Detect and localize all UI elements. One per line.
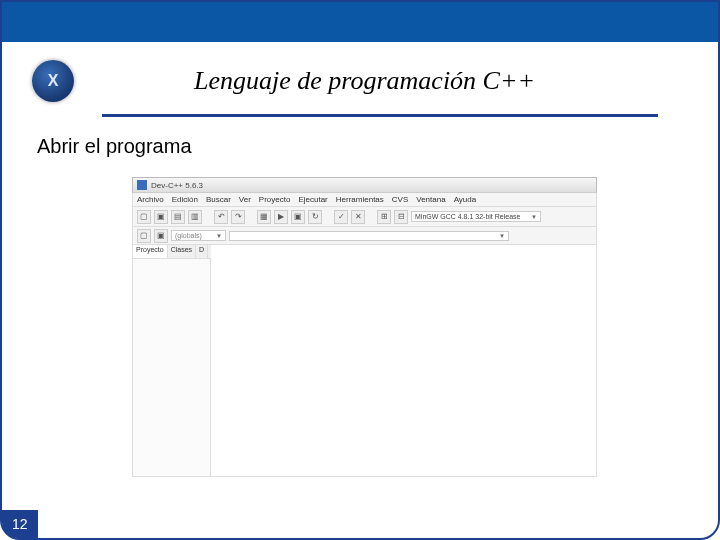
- menu-ayuda[interactable]: Ayuda: [454, 195, 477, 204]
- slide-title: Lenguaje de programación C++: [194, 66, 535, 96]
- menu-herramientas[interactable]: Herramientas: [336, 195, 384, 204]
- new-file-icon[interactable]: ▢: [137, 210, 151, 224]
- menu-ventana[interactable]: Ventana: [416, 195, 445, 204]
- run-icon[interactable]: ▶: [274, 210, 288, 224]
- redo-icon[interactable]: ↷: [231, 210, 245, 224]
- menu-cvs[interactable]: CVS: [392, 195, 408, 204]
- bookmark-icon[interactable]: ▢: [137, 229, 151, 243]
- toolbar-secondary: ▢ ▣ (globals) ▼ ▼: [132, 227, 597, 245]
- university-logo: [32, 60, 74, 102]
- symbol-selector[interactable]: ▼: [229, 231, 509, 241]
- side-panel: Proyecto Clases D 4: [133, 245, 211, 476]
- slide-frame: Lenguaje de programación C++ Abrir el pr…: [0, 0, 720, 540]
- compiler-value: MinGW GCC 4.8.1 32-bit Release: [415, 213, 520, 220]
- window-title: Dev-C++ 5.6.3: [151, 181, 203, 190]
- ide-screenshot: Dev-C++ 5.6.3 Archivo Edición Buscar Ver…: [132, 177, 597, 477]
- tab-clases[interactable]: Clases: [168, 245, 196, 258]
- menu-archivo[interactable]: Archivo: [137, 195, 164, 204]
- chevron-down-icon: ▼: [499, 233, 505, 239]
- title-row: Lenguaje de programación C++: [2, 42, 718, 110]
- toolbar-main: ▢ ▣ ▤ ▥ ↶ ↷ ▦ ▶ ▣ ↻ ✓ ✕ ⊞ ⊟ MinGW GCC 4.…: [132, 207, 597, 227]
- slide-subtitle: Abrir el programa: [37, 135, 718, 158]
- open-file-icon[interactable]: ▣: [154, 210, 168, 224]
- tab-d[interactable]: D: [196, 245, 208, 258]
- slide-top-bar: [2, 2, 718, 42]
- debug-icon[interactable]: ✓: [334, 210, 348, 224]
- compile-icon[interactable]: ▦: [257, 210, 271, 224]
- undo-icon[interactable]: ↶: [214, 210, 228, 224]
- tab-proyecto[interactable]: Proyecto: [133, 245, 168, 258]
- menu-ver[interactable]: Ver: [239, 195, 251, 204]
- compiler-selector[interactable]: MinGW GCC 4.8.1 32-bit Release ▼: [411, 211, 541, 222]
- page-number: 12: [2, 510, 38, 538]
- side-tabs: Proyecto Clases D 4: [133, 245, 210, 259]
- menu-buscar[interactable]: Buscar: [206, 195, 231, 204]
- chevron-down-icon: ▼: [531, 214, 537, 220]
- app-icon: [137, 180, 147, 190]
- save-all-icon[interactable]: ▥: [188, 210, 202, 224]
- title-underline: [102, 114, 658, 117]
- window-titlebar: Dev-C++ 5.6.3: [132, 177, 597, 193]
- menu-bar: Archivo Edición Buscar Ver Proyecto Ejec…: [132, 193, 597, 207]
- menu-proyecto[interactable]: Proyecto: [259, 195, 291, 204]
- workspace: Proyecto Clases D 4: [132, 245, 597, 477]
- scope-value: (globals): [175, 232, 202, 239]
- menu-edicion[interactable]: Edición: [172, 195, 198, 204]
- find-icon[interactable]: ⊞: [377, 210, 391, 224]
- stop-icon[interactable]: ✕: [351, 210, 365, 224]
- rebuild-icon[interactable]: ↻: [308, 210, 322, 224]
- save-icon[interactable]: ▤: [171, 210, 185, 224]
- chevron-down-icon: ▼: [216, 233, 222, 239]
- insert-icon[interactable]: ▣: [154, 229, 168, 243]
- menu-ejecutar[interactable]: Ejecutar: [298, 195, 327, 204]
- editor-area[interactable]: [211, 245, 596, 476]
- goto-icon[interactable]: ⊟: [394, 210, 408, 224]
- scope-selector[interactable]: (globals) ▼: [171, 230, 226, 241]
- compile-run-icon[interactable]: ▣: [291, 210, 305, 224]
